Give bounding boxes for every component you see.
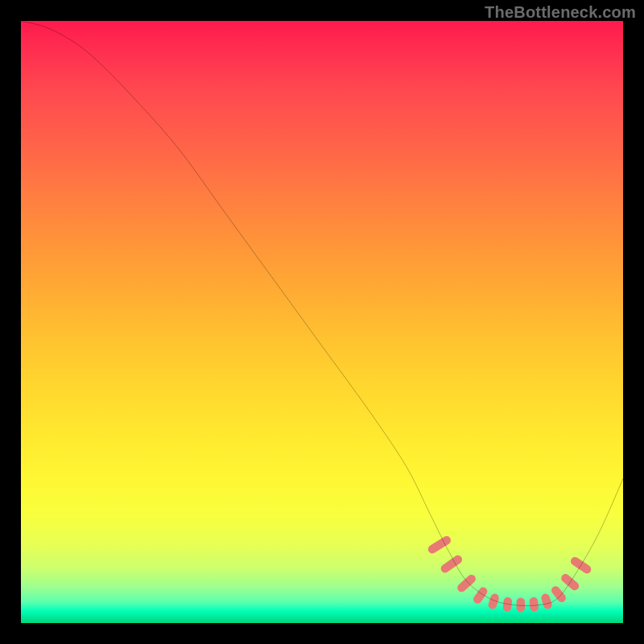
highlight-marker bbox=[529, 597, 539, 612]
highlight-marker bbox=[559, 572, 580, 592]
highlight-marker bbox=[550, 584, 568, 604]
marker-group bbox=[427, 535, 593, 613]
highlight-marker bbox=[440, 554, 464, 575]
highlight-marker bbox=[517, 598, 525, 613]
watermark-text: TheBottleneck.com bbox=[485, 3, 636, 22]
highlight-marker bbox=[487, 592, 500, 610]
bottleneck-curve bbox=[21, 21, 623, 606]
chart-stage: TheBottleneck.com bbox=[0, 0, 644, 644]
highlight-marker bbox=[540, 592, 553, 610]
plot-area bbox=[21, 21, 623, 623]
highlight-marker bbox=[456, 573, 477, 594]
highlight-marker bbox=[427, 535, 452, 555]
chart-overlay-svg bbox=[21, 21, 623, 623]
